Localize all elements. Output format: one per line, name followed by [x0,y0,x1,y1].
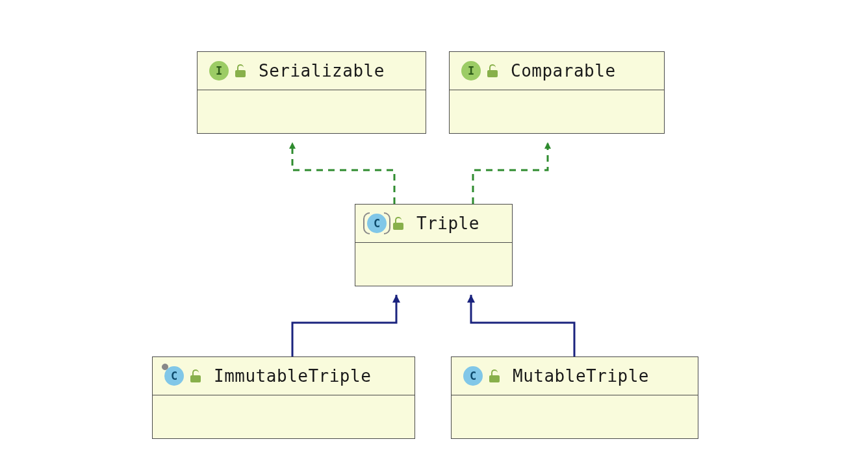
uml-box-serializable[interactable]: I Serializable [197,51,426,134]
class-icon: C [164,366,184,386]
uml-body [198,90,426,133]
uml-box-triple[interactable]: C Triple [355,204,513,286]
abstract-class-icon: C [367,214,387,233]
interface-icon: I [461,61,481,81]
class-name-label: MutableTriple [513,366,649,386]
uml-header: C Triple [355,205,512,243]
uml-body [355,243,512,286]
uml-box-mutable-triple[interactable]: C MutableTriple [451,356,698,439]
uml-box-immutable-triple[interactable]: C ImmutableTriple [152,356,415,439]
connector-mutable-triple [471,295,574,356]
open-lock-icon [235,64,247,77]
uml-body [452,395,698,438]
uml-header: I Serializable [198,52,426,90]
class-name-label: Triple [416,214,479,233]
class-name-label: Serializable [259,61,385,81]
class-name-label: ImmutableTriple [214,366,371,386]
open-lock-icon [190,369,202,382]
uml-diagram-canvas: I Serializable I Comparable C Triple C [0,0,868,474]
class-name-label: Comparable [511,61,616,81]
connector-triple-serializable [292,142,394,204]
connector-triple-comparable [473,142,548,204]
uml-header: C ImmutableTriple [153,357,415,395]
class-icon: C [463,366,483,386]
uml-header: C MutableTriple [452,357,698,395]
open-lock-icon [487,64,499,77]
uml-body [153,395,415,438]
connector-immutable-triple [292,295,396,356]
uml-header: I Comparable [450,52,664,90]
uml-body [450,90,664,133]
open-lock-icon [489,369,501,382]
interface-icon: I [209,61,229,81]
uml-box-comparable[interactable]: I Comparable [449,51,665,134]
open-lock-icon [393,217,405,230]
final-pin-icon [160,362,170,371]
